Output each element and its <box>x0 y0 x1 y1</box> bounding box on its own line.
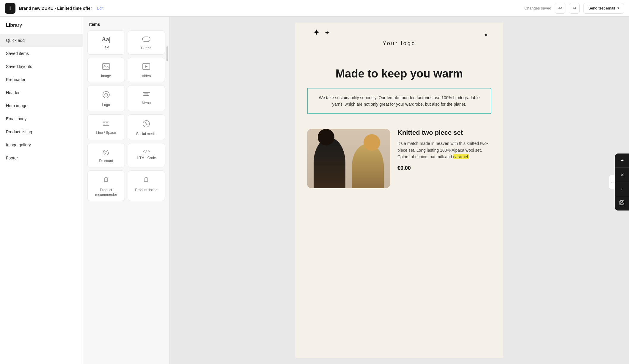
item-label-video: Video <box>142 74 151 79</box>
item-label-button: Button <box>141 46 152 51</box>
product-name: Knitted two piece set <box>397 129 491 137</box>
item-label-line-space: Line / Space <box>96 131 116 135</box>
sidebar-item-footer[interactable]: Footer <box>0 151 83 164</box>
item-card-product-listing[interactable]: Product listing <box>128 170 165 201</box>
sidebar-item-saved-layouts[interactable]: Saved layouts <box>0 60 83 73</box>
delete-button[interactable]: ✕ <box>615 168 629 182</box>
save-section-button[interactable] <box>615 196 629 211</box>
email-hero-section: Made to keep you warm We take sustainabi… <box>295 58 503 123</box>
button-icon <box>142 36 150 44</box>
sidebar-item-image-gallery[interactable]: Image gallery <box>0 138 83 151</box>
email-header-section: ✦ ✦ ✦ Your logo <box>295 23 503 58</box>
logo-icon <box>102 91 110 100</box>
save-icon <box>619 200 625 207</box>
topbar: i Brand new DUKU - Limited time offer Ed… <box>0 0 629 17</box>
svg-rect-0 <box>142 37 150 42</box>
item-label-product-recommender: Product recommender <box>91 188 122 197</box>
video-icon <box>142 63 150 72</box>
save-status: Changes saved <box>524 6 551 10</box>
send-test-email-button[interactable]: Send test email ▾ <box>583 3 624 14</box>
svg-point-6 <box>105 93 108 96</box>
sidebar-item-email-body[interactable]: Email body <box>0 112 83 125</box>
svg-marker-4 <box>145 65 148 68</box>
svg-rect-9 <box>143 95 149 96</box>
email-preview-area: ✦ ✦ ✦ Your logo Made to keep you warm We… <box>169 17 629 364</box>
item-card-text[interactable]: Aa| Text <box>87 30 125 55</box>
item-label-social-media: Social media <box>136 132 157 137</box>
undo-button[interactable]: ↩ <box>555 3 565 14</box>
sidebar-title: Library <box>0 17 83 34</box>
item-label-product-listing: Product listing <box>135 188 158 193</box>
item-card-social-media[interactable]: Social media <box>128 114 165 140</box>
item-label-text: Text <box>103 45 109 50</box>
svg-point-5 <box>103 91 109 98</box>
text-icon: Aa| <box>102 36 110 43</box>
item-card-product-recommender[interactable]: Product recommender <box>87 170 125 201</box>
sparkle-decoration: ✦ ✦ <box>313 29 330 37</box>
email-headline: Made to keep you warm <box>307 67 491 81</box>
add-icon: + <box>620 186 623 192</box>
scroll-indicator <box>166 46 168 61</box>
item-card-button[interactable]: Button <box>128 30 165 55</box>
item-card-logo[interactable]: Logo <box>87 85 125 111</box>
product-recommender-icon <box>102 176 110 186</box>
discount-icon: % <box>103 149 109 156</box>
sidebar-item-hero-image[interactable]: Hero image <box>0 99 83 112</box>
item-label-menu: Menu <box>142 101 151 106</box>
sidebar-item-saved-items[interactable]: Saved items <box>0 47 83 60</box>
item-card-discount[interactable]: % Discount <box>87 143 125 167</box>
product-description: It's a match made in heaven with this kn… <box>397 140 491 160</box>
sidebar-item-quick-add[interactable]: Quick add <box>0 34 83 47</box>
item-card-video[interactable]: Video <box>128 58 165 83</box>
item-card-line-space[interactable]: Line / Space <box>87 114 125 140</box>
sidebar-item-header[interactable]: Header <box>0 86 83 99</box>
items-panel-title: Items <box>83 17 169 30</box>
sparkle-small-icon: ✦ <box>325 30 330 36</box>
magic-tool-button[interactable]: ✦ <box>615 153 629 168</box>
item-label-discount: Discount <box>99 159 113 164</box>
svg-rect-21 <box>620 203 623 204</box>
delete-icon: ✕ <box>620 172 624 178</box>
items-grid: Aa| Text Button <box>83 30 169 205</box>
edit-link[interactable]: Edit <box>97 6 103 10</box>
product-listing-icon <box>142 176 150 186</box>
magic-icon: ✦ <box>620 158 624 163</box>
html-code-icon: </> <box>143 149 150 153</box>
send-dropdown-chevron: ▾ <box>617 6 619 10</box>
redo-button[interactable]: ↪ <box>569 3 580 14</box>
sparkle-right-icon: ✦ <box>483 31 488 39</box>
menu-icon <box>142 91 150 99</box>
line-space-icon <box>102 120 110 128</box>
svg-point-2 <box>104 65 105 66</box>
items-panel: Items Aa| Text Button <box>83 17 169 364</box>
product-section: Knitted two piece set It's a match made … <box>295 123 503 194</box>
item-label-image: Image <box>101 74 111 79</box>
item-label-logo: Logo <box>102 103 110 107</box>
sidebar-item-preheader[interactable]: Preheader <box>0 73 83 86</box>
right-toolbar: ✦ ✕ + <box>615 153 629 211</box>
email-body-text: We take sustainability seriously. Our fe… <box>307 88 491 114</box>
sparkle-large-icon: ✦ <box>313 29 320 37</box>
product-image-placeholder <box>307 129 390 188</box>
item-card-html-code[interactable]: </> HTML Code <box>128 143 165 167</box>
item-card-menu[interactable]: Menu <box>128 85 165 111</box>
add-section-button[interactable]: + <box>615 182 629 196</box>
collapse-panel-button[interactable]: ‹ <box>609 175 615 189</box>
product-image <box>307 129 390 188</box>
social-media-icon <box>142 120 150 129</box>
svg-rect-1 <box>103 64 110 69</box>
document-title: Brand new DUKU - Limited time offer <box>19 6 92 11</box>
email-preview: ✦ ✦ ✦ Your logo Made to keep you warm We… <box>295 23 503 358</box>
main-layout: Library Quick add Saved items Saved layo… <box>0 17 629 364</box>
collapse-icon: ‹ <box>611 180 613 184</box>
svg-rect-8 <box>144 94 148 94</box>
item-card-image[interactable]: Image <box>87 58 125 83</box>
svg-rect-7 <box>143 92 150 93</box>
app-logo: i <box>5 3 15 14</box>
library-sidebar: Library Quick add Saved items Saved layo… <box>0 17 83 364</box>
logo-text: Your logo <box>383 40 416 47</box>
sidebar-item-product-listing[interactable]: Product listing <box>0 125 83 138</box>
item-label-html-code: HTML Code <box>137 156 156 161</box>
highlight-text: caramel. <box>453 154 469 159</box>
image-icon <box>102 63 110 72</box>
